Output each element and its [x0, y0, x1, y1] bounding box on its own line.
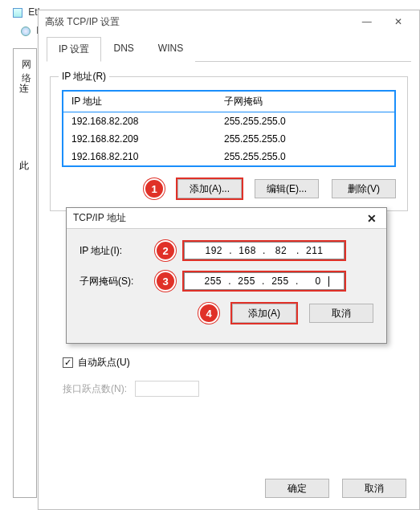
- callout-2: 2: [155, 240, 176, 261]
- tab-strip: IP 设置 DNS WINS: [47, 36, 411, 62]
- ip-octet: 168: [234, 245, 261, 256]
- cell-mask: 255.255.255.0: [224, 116, 386, 127]
- ip-octet: 82: [267, 245, 295, 256]
- cell-mask: 255.255.255.0: [224, 133, 386, 145]
- auto-metric-label: 自动跃点(U): [78, 356, 130, 369]
- ip-address-group: IP 地址(R) IP 地址 子网掩码 192.168.82.208 255.2…: [50, 76, 408, 211]
- auto-metric-checkbox[interactable]: ✓ 自动跃点(U): [63, 356, 130, 369]
- checkbox-icon: ✓: [63, 357, 73, 368]
- cell-ip: 192.168.82.208: [71, 116, 224, 127]
- subdialog-cancel-button[interactable]: 取消: [309, 304, 373, 323]
- interface-metric-label: 接口跃点数(N):: [63, 382, 127, 396]
- bg-lian: 连: [19, 82, 31, 96]
- bg-ci: 此: [19, 159, 31, 173]
- subnet-mask-input[interactable]: 255. 255. 255. 0: [184, 272, 345, 290]
- ethernet-icon-2: [21, 27, 31, 36]
- mask-octet: 0: [300, 275, 328, 287]
- subdialog-title: TCP/IP 地址: [73, 211, 126, 225]
- window-title: 高级 TCP/IP 设置: [45, 15, 120, 29]
- tab-ip-settings[interactable]: IP 设置: [47, 37, 101, 62]
- list-row[interactable]: 192.168.82.208 255.255.255.0: [63, 112, 394, 130]
- cell-mask: 255.255.255.0: [224, 151, 386, 162]
- mask-octet: 255: [233, 275, 260, 287]
- list-header: IP 地址 子网掩码: [63, 92, 394, 112]
- callout-3: 3: [155, 271, 176, 292]
- bg-net-text: 网络: [22, 58, 28, 85]
- ok-button[interactable]: 确定: [265, 479, 329, 498]
- ip-octet: 211: [301, 245, 328, 256]
- auto-metric-area: ✓ 自动跃点(U) 接口跃点数(N):: [63, 356, 395, 397]
- add-ip-button[interactable]: 添加(A)...: [177, 179, 242, 198]
- interface-metric-input: [135, 381, 199, 397]
- mask-field-label: 子网掩码(S):: [80, 275, 147, 288]
- remove-ip-button[interactable]: 删除(V): [332, 179, 396, 198]
- mask-octet: 255: [267, 275, 294, 287]
- col-header-ip: IP 地址: [71, 95, 224, 108]
- close-button[interactable]: ✕: [384, 16, 413, 27]
- ethernet-icon: [13, 8, 22, 18]
- edit-ip-button[interactable]: 编辑(E)...: [255, 179, 319, 198]
- bg-network-panel: 网络: [13, 48, 37, 498]
- tab-wins[interactable]: WINS: [146, 37, 195, 62]
- callout-4: 4: [198, 303, 219, 324]
- ip-octet: 192: [200, 245, 227, 256]
- col-header-mask: 子网掩码: [224, 95, 386, 108]
- cell-ip: 192.168.82.210: [71, 151, 224, 162]
- callout-1: 1: [144, 178, 165, 199]
- ip-address-list[interactable]: IP 地址 子网掩码 192.168.82.208 255.255.255.0 …: [62, 90, 396, 167]
- subdialog-add-button[interactable]: 添加(A): [232, 304, 296, 323]
- cancel-button[interactable]: 取消: [342, 479, 406, 498]
- ip-address-input[interactable]: 192. 168. 82. 211: [184, 242, 345, 259]
- tcpip-address-dialog: TCP/IP 地址 ✕ IP 地址(I): 2 192. 168. 82. 21…: [66, 207, 387, 344]
- text-cursor: [328, 276, 329, 287]
- ip-group-legend: IP 地址(R): [59, 70, 109, 84]
- subdialog-close-button[interactable]: ✕: [364, 212, 380, 225]
- minimize-button[interactable]: —: [353, 16, 381, 27]
- ip-field-label: IP 地址(I):: [80, 244, 147, 258]
- cell-ip: 192.168.82.209: [71, 133, 224, 145]
- list-row[interactable]: 192.168.82.209 255.255.255.0: [63, 130, 394, 148]
- tab-dns[interactable]: DNS: [101, 37, 145, 62]
- mask-octet: 255: [199, 275, 226, 287]
- list-row[interactable]: 192.168.82.210 255.255.255.0: [63, 148, 394, 165]
- titlebar: 高级 TCP/IP 设置 — ✕: [39, 10, 419, 33]
